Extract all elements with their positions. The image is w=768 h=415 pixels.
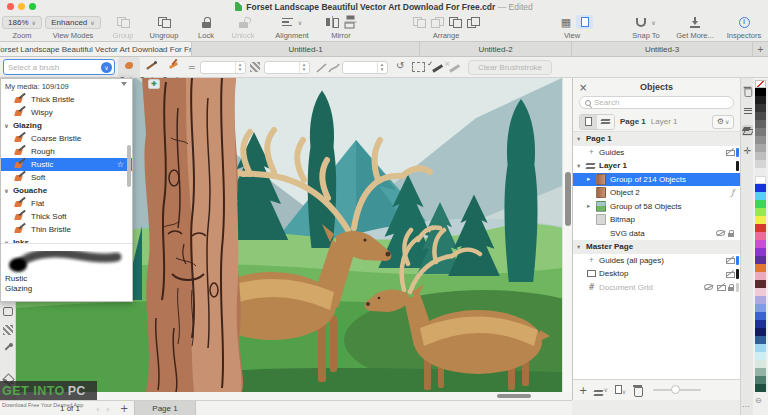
brush-select-combo[interactable]: ∨	[3, 59, 115, 75]
color-swatch[interactable]	[755, 192, 766, 200]
effects-icon[interactable]: ƒ	[731, 188, 734, 197]
color-swatch[interactable]	[755, 232, 766, 240]
brush-item[interactable]: Rough	[1, 145, 132, 158]
no-print-icon[interactable]	[725, 270, 734, 278]
inspectors-button[interactable]: Inspectors	[722, 14, 766, 40]
zoom-control[interactable]: 186%∨ Zoom	[2, 14, 42, 40]
color-swatch[interactable]	[755, 176, 766, 184]
close-panel-icon[interactable]: ×	[579, 82, 587, 93]
brush-item-selected[interactable]: Rustic☆	[1, 158, 132, 171]
tree-row-page[interactable]: ▾Page 1	[573, 132, 740, 146]
tab-untitled-3[interactable]: Untitled-3	[572, 42, 753, 56]
brush-item[interactable]: Soft	[1, 171, 132, 184]
color-swatch[interactable]	[755, 144, 766, 152]
brush-item[interactable]: Thick Bristle	[1, 93, 132, 106]
brush-item[interactable]: Thin Bristle	[1, 223, 132, 236]
disclosure-icon[interactable]: ▸	[587, 175, 596, 183]
arrange-controls[interactable]: Arrange	[390, 14, 502, 40]
no-print-icon[interactable]	[725, 256, 734, 264]
brush-item[interactable]: Wispy	[1, 106, 132, 119]
transparency-spinner[interactable]: ▴▾	[264, 61, 310, 74]
previous-page-icon[interactable]: ‹	[96, 404, 100, 414]
brush-search-input[interactable]	[4, 63, 101, 72]
tab-forset-landscape[interactable]: Forset Landscape Beautiful Vector Art Do…	[0, 42, 192, 56]
color-swatch[interactable]	[755, 336, 766, 344]
favorite-star-icon[interactable]: ☆	[117, 160, 124, 169]
disclosure-icon[interactable]: ▸	[587, 202, 596, 210]
tree-row-group-214[interactable]: ▸Group of 214 Objects	[573, 173, 740, 187]
unlock-button[interactable]: Unlock	[224, 14, 262, 40]
brush-category[interactable]: ∨Glazing	[1, 119, 132, 132]
color-swatch[interactable]	[755, 304, 766, 312]
hidden-icon[interactable]	[704, 284, 713, 290]
disclosure-icon[interactable]: ▾	[577, 243, 586, 251]
color-swatch[interactable]	[755, 240, 766, 248]
objects-inspector-icon[interactable]	[742, 125, 753, 136]
color-swatch[interactable]	[755, 328, 766, 336]
add-page-button[interactable]: +	[120, 403, 128, 414]
filter-icon[interactable]	[121, 82, 128, 89]
view-modes-control[interactable]: Enhanced∨ View Modes	[44, 14, 102, 40]
color-swatch[interactable]	[755, 352, 766, 360]
color-swatch[interactable]	[755, 104, 766, 112]
color-swatch[interactable]	[755, 272, 766, 280]
color-swatch[interactable]	[755, 368, 766, 376]
objects-search-field[interactable]	[579, 96, 734, 109]
marquee-select-icon[interactable]	[412, 62, 425, 72]
tree-row-document-grid[interactable]: #Document Grid	[573, 281, 740, 295]
tab-untitled-2[interactable]: Untitled-2	[420, 42, 572, 56]
brush-category[interactable]: ∨Gouache	[1, 184, 132, 197]
preset-basic-button[interactable]: Basic...	[140, 57, 162, 78]
color-swatch[interactable]	[755, 256, 766, 264]
tree-row-guides-all[interactable]: +Guides (all pages)	[573, 254, 740, 268]
color-swatch[interactable]	[755, 248, 766, 256]
more-inspectors-icon[interactable]: …	[742, 400, 751, 409]
combo-dropdown-icon[interactable]: ∨	[101, 62, 112, 73]
properties-inspector-icon[interactable]	[742, 105, 753, 116]
hidden-icon[interactable]	[716, 230, 725, 236]
ungroup-button[interactable]: Ungroup	[142, 14, 186, 40]
color-swatch[interactable]	[755, 200, 766, 208]
tree-row-desktop[interactable]: Desktop	[573, 267, 740, 281]
color-swatch[interactable]	[755, 160, 766, 168]
horizontal-scrollbar-thumb[interactable]	[497, 394, 531, 398]
preset-grainy-button[interactable]: Grainy	[118, 57, 140, 78]
vertical-scrollbar[interactable]	[562, 78, 572, 392]
layer-view-toggle[interactable]	[597, 115, 614, 129]
no-print-icon[interactable]	[725, 148, 734, 156]
brush-list-scrollbar-thumb[interactable]	[127, 145, 131, 187]
tree-row-master-page[interactable]: ▾Master Page	[573, 240, 740, 254]
color-swatch[interactable]	[755, 376, 766, 384]
slider-thumb[interactable]	[671, 385, 680, 394]
color-swatch[interactable]	[755, 296, 766, 304]
new-layer-button[interactable]: ∨	[594, 383, 607, 397]
color-swatch[interactable]	[755, 136, 766, 144]
horizontal-scrollbar[interactable]	[16, 392, 572, 400]
page-view-toggle[interactable]	[580, 115, 597, 129]
feather-spinner[interactable]: ▴▾	[342, 61, 388, 74]
tab-untitled-1[interactable]: Untitled-1	[192, 42, 420, 56]
color-swatch[interactable]	[755, 128, 766, 136]
tree-row-group-58[interactable]: ▸Group of 58 Objects	[573, 200, 740, 214]
color-swatch[interactable]	[755, 360, 766, 368]
undo-stroke-icon[interactable]: ↺	[396, 60, 404, 71]
page-tab[interactable]: Page 1	[134, 401, 196, 415]
color-swatch[interactable]	[755, 112, 766, 120]
color-swatch[interactable]	[755, 320, 766, 328]
color-swatch[interactable]	[755, 216, 766, 224]
size-spinner[interactable]: ▴▾	[200, 61, 246, 74]
brush-media-inspector-icon[interactable]	[742, 85, 753, 96]
pattern-tool-icon[interactable]	[3, 325, 13, 335]
locked-icon[interactable]	[728, 284, 734, 291]
color-swatch[interactable]	[755, 80, 766, 88]
tree-row-object-2[interactable]: Object 2ƒ	[573, 186, 740, 200]
next-page-icon[interactable]: ›	[106, 404, 110, 414]
color-swatch[interactable]	[755, 384, 766, 392]
color-swatch[interactable]	[755, 344, 766, 352]
tree-row-bitmap[interactable]: Bitmap	[573, 213, 740, 227]
color-swatch[interactable]	[755, 280, 766, 288]
media-tray-icon[interactable]: ✚	[148, 79, 160, 89]
group-button[interactable]: Group	[104, 14, 142, 40]
search-input[interactable]	[594, 98, 704, 107]
color-swatch[interactable]	[755, 312, 766, 320]
